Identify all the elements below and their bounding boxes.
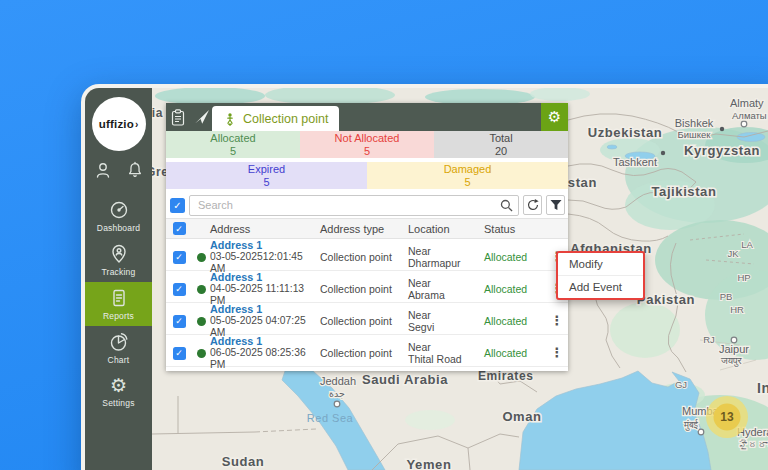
speedometer-icon (109, 200, 129, 220)
bell-icon[interactable] (126, 160, 144, 180)
column-header-address-type[interactable]: Address type (320, 223, 408, 235)
search-input[interactable] (189, 195, 519, 216)
city-native-label: जयपुर (720, 355, 743, 367)
row-address-type: Collection point (320, 283, 408, 295)
sidebar-item-settings[interactable]: ⚙ Settings (85, 370, 152, 414)
country-label: Saudi Arabia (362, 372, 448, 387)
region-label: JK (727, 248, 739, 259)
clipboard-icon[interactable] (171, 109, 185, 126)
map-cluster[interactable]: 13 (706, 396, 748, 438)
region-label: GJ (675, 379, 687, 390)
row-location-line2: Thital Road (408, 353, 484, 365)
sidebar-item-label: Tracking (102, 267, 136, 277)
stat-not-allocated: Not Allocated 5 (300, 131, 434, 158)
mumbai-marker (698, 429, 704, 435)
country-label: Emirates (478, 369, 534, 383)
country-label: India (757, 380, 768, 396)
collection-point-panel: Collection point ⚙ Allocated 5 Not Alloc… (166, 103, 568, 371)
row-checkbox[interactable]: ✓ (173, 315, 186, 328)
city-label: Tashkent (613, 156, 657, 168)
check-icon: ✓ (173, 200, 181, 211)
menu-item-modify[interactable]: Modify (558, 253, 643, 276)
row-location-line1: Near (408, 277, 484, 289)
row-datetime: 06-05-2025 08:25:36 PM (210, 347, 320, 371)
table-row[interactable]: ✓ Address 1 04-05-2025 11:11:13 PM Colle… (166, 271, 568, 303)
row-menu-button[interactable]: ⋮ (546, 315, 568, 327)
report-document-icon (109, 288, 129, 308)
row-status: Allocated (484, 347, 546, 359)
check-icon: ✓ (175, 315, 183, 327)
column-header-status[interactable]: Status (484, 223, 546, 235)
row-location-line2: Dharmapur (408, 257, 484, 269)
sidebar-item-reports[interactable]: Reports (85, 282, 152, 326)
app-window: Uzbekistan Kyrgyzstan Tajikistan Turkmen… (81, 84, 768, 470)
row-location-line2: Segvi (408, 321, 484, 333)
row-location-line2: Abrama (408, 289, 484, 301)
country-label: Pakistan (637, 292, 695, 307)
user-icon[interactable] (93, 160, 113, 180)
row-checkbox[interactable]: ✓ (173, 347, 186, 360)
city-label: Jeddah (320, 375, 356, 387)
sidebar-item-dashboard[interactable]: Dashboard (85, 194, 152, 238)
row-location-line1: Near (408, 309, 484, 321)
stat-damaged: Damaged 5 (367, 162, 568, 189)
pie-chart-icon (109, 332, 129, 352)
table-header: ✓ Address Address type Location Status (166, 218, 568, 239)
sidebar-item-chart[interactable]: Chart (85, 326, 152, 370)
region-label: HR (730, 304, 744, 315)
panel-settings-button[interactable]: ⚙ (541, 103, 568, 131)
select-all-checkbox[interactable]: ✓ (170, 198, 185, 213)
logo-chevron-icon: › (135, 119, 138, 130)
search-bar: ✓ (166, 192, 568, 218)
header-checkbox[interactable]: ✓ (173, 222, 186, 235)
address-link[interactable]: Address 1 (210, 271, 320, 283)
stat-label: Not Allocated (335, 132, 400, 145)
city-label: Almaty (730, 97, 764, 109)
row-checkbox[interactable]: ✓ (173, 251, 186, 264)
stat-label: Damaged (444, 163, 492, 176)
column-header-location[interactable]: Location (408, 223, 484, 235)
search-icon (500, 199, 513, 212)
city-label: Bishkek (675, 117, 714, 129)
refresh-icon (527, 199, 539, 211)
send-icon[interactable] (194, 109, 210, 125)
country-label: Yemen (407, 457, 452, 470)
filter-button[interactable] (546, 195, 565, 215)
person-pin-icon (109, 244, 129, 264)
jaipur-marker (731, 337, 737, 343)
sidebar-item-label: Reports (103, 311, 134, 321)
row-checkbox[interactable]: ✓ (173, 283, 186, 296)
check-icon: ✓ (175, 347, 183, 359)
gear-icon: ⚙ (548, 108, 561, 126)
row-address-type: Collection point (320, 315, 408, 327)
table-row[interactable]: ✓ Address 1 05-05-2025 04:07:25 AM Colle… (166, 303, 568, 335)
tashkent-marker (661, 151, 665, 155)
sidebar-item-tracking[interactable]: Tracking (85, 238, 152, 282)
stat-label: Allocated (210, 132, 255, 145)
tab-collection-point[interactable]: Collection point (212, 106, 339, 131)
row-menu-button[interactable]: ⋮ (546, 347, 568, 359)
table-row[interactable]: ✓ Address 1 03-05-202512:01:45 AM Collec… (166, 239, 568, 271)
stat-label: Expired (248, 163, 285, 176)
panel-header: Collection point ⚙ (166, 103, 568, 131)
column-header-address[interactable]: Address (210, 223, 320, 235)
active-status-dot (197, 253, 206, 262)
address-link[interactable]: Address 1 (210, 303, 320, 315)
sidebar-nav: Dashboard Tracking Reports (85, 194, 152, 414)
row-location-line1: Near (408, 245, 484, 257)
country-label: Tajikistan (651, 184, 716, 199)
table-row[interactable]: ✓ Address 1 06-05-2025 08:25:36 PM Colle… (166, 335, 568, 367)
refresh-button[interactable] (523, 195, 542, 215)
address-link[interactable]: Address 1 (210, 239, 320, 251)
address-link[interactable]: Address 1 (210, 335, 320, 347)
filter-funnel-icon (550, 199, 562, 211)
row-status: Allocated (484, 315, 546, 327)
row-location-line1: Near (408, 341, 484, 353)
logo-text: uffizio (99, 118, 134, 130)
city-native-label: Бишкек (678, 129, 712, 140)
stat-allocated: Allocated 5 (166, 131, 300, 158)
row-status: Allocated (484, 251, 546, 263)
stats-row-2: Expired 5 Damaged 5 (166, 162, 568, 189)
row-status: Allocated (484, 283, 546, 295)
menu-item-add-event[interactable]: Add Event (558, 276, 643, 298)
